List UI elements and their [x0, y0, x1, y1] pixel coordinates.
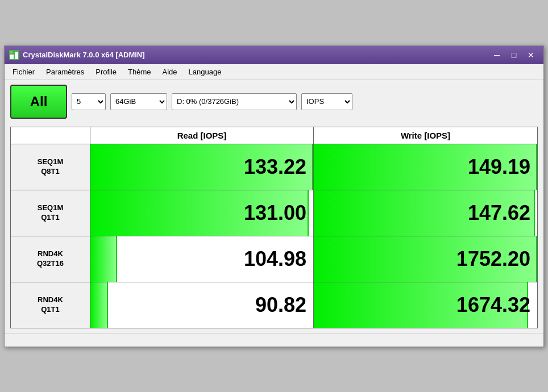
- title-bar-left: CrystalDiskMark 7.0.0 x64 [ADMIN]: [9, 50, 145, 60]
- read-cell-seq1m-q8t1: 133.22: [90, 144, 314, 190]
- menu-parametres[interactable]: Paramètres: [40, 66, 90, 77]
- read-value-rnd4k-q32t16: 104.98: [244, 247, 306, 271]
- header-read: Read [IOPS]: [90, 127, 314, 144]
- read-value-seq1m-q8t1: 133.22: [244, 155, 306, 179]
- mode-select[interactable]: IOPS MB/s μs: [301, 93, 352, 110]
- row-label-rnd4k-q1t1: RND4KQ1T1: [11, 282, 90, 328]
- read-cell-rnd4k-q1t1: 90.82: [90, 282, 314, 328]
- maximize-button[interactable]: □: [506, 49, 522, 61]
- grid-header: Read [IOPS] Write [IOPS]: [11, 127, 537, 144]
- menu-bar: Fichier Paramètres Profile Thème Aide La…: [5, 64, 543, 80]
- app-icon: [9, 50, 19, 60]
- write-cell-seq1m-q1t1: 147.62: [314, 190, 537, 236]
- title-bar: CrystalDiskMark 7.0.0 x64 [ADMIN] ─ □ ✕: [5, 46, 543, 64]
- row-label-seq1m-q1t1: SEQ1MQ1T1: [11, 190, 90, 236]
- write-cell-rnd4k-q32t16: 1752.20: [314, 236, 537, 282]
- write-value-seq1m-q1t1: 147.62: [468, 201, 530, 225]
- header-label: [11, 127, 90, 144]
- menu-aide[interactable]: Aide: [157, 66, 183, 77]
- menu-language[interactable]: Language: [183, 66, 227, 77]
- menu-fichier[interactable]: Fichier: [7, 66, 40, 77]
- read-value-seq1m-q1t1: 131.00: [244, 201, 306, 225]
- table-row: RND4KQ1T1 90.82 1674.32: [11, 282, 537, 328]
- svg-rect-1: [10, 55, 14, 59]
- table-row: SEQ1MQ8T1 133.22 149.19: [11, 144, 537, 190]
- read-bar-rnd4k-q1t1: [90, 282, 108, 328]
- read-cell-seq1m-q1t1: 131.00: [90, 190, 314, 236]
- read-value-rnd4k-q1t1: 90.82: [255, 293, 306, 317]
- size-select[interactable]: 64GiB 1GiB2GiB4GiB 8GiB16GiB32GiB: [110, 93, 167, 110]
- svg-rect-3: [10, 51, 13, 53]
- runs-select[interactable]: 5 1234 6789: [72, 93, 106, 110]
- table-row: RND4KQ32T16 104.98 1752.20: [11, 236, 537, 282]
- results-grid: Read [IOPS] Write [IOPS] SEQ1MQ8T1 133.2…: [10, 127, 538, 328]
- main-content: Read [IOPS] Write [IOPS] SEQ1MQ8T1 133.2…: [5, 123, 543, 333]
- menu-profile[interactable]: Profile: [90, 66, 122, 77]
- write-value-seq1m-q8t1: 149.19: [468, 155, 530, 179]
- table-row: SEQ1MQ1T1 131.00 147.62: [11, 190, 537, 236]
- all-button[interactable]: All: [10, 85, 67, 119]
- write-value-rnd4k-q32t16: 1752.20: [456, 247, 530, 271]
- write-cell-rnd4k-q1t1: 1674.32: [314, 282, 537, 328]
- minimize-button[interactable]: ─: [489, 49, 505, 61]
- toolbar: All 5 1234 6789 64GiB 1GiB2GiB4GiB 8GiB1…: [5, 80, 543, 123]
- read-cell-rnd4k-q32t16: 104.98: [90, 236, 314, 282]
- row-label-seq1m-q8t1: SEQ1MQ8T1: [11, 144, 90, 190]
- title-bar-controls: ─ □ ✕: [489, 49, 539, 61]
- window-title: CrystalDiskMark 7.0.0 x64 [ADMIN]: [23, 51, 145, 59]
- main-window: CrystalDiskMark 7.0.0 x64 [ADMIN] ─ □ ✕ …: [4, 45, 544, 347]
- write-cell-seq1m-q8t1: 149.19: [314, 144, 537, 190]
- svg-rect-2: [15, 52, 18, 59]
- row-label-rnd4k-q32t16: RND4KQ32T16: [11, 236, 90, 282]
- status-bar: [5, 333, 543, 347]
- read-bar-rnd4k-q32t16: [90, 236, 117, 282]
- header-write: Write [IOPS]: [314, 127, 537, 144]
- drive-select[interactable]: D: 0% (0/3726GiB): [172, 93, 297, 110]
- close-button[interactable]: ✕: [523, 49, 539, 61]
- menu-theme[interactable]: Thème: [122, 66, 156, 77]
- write-value-rnd4k-q1t1: 1674.32: [456, 293, 530, 317]
